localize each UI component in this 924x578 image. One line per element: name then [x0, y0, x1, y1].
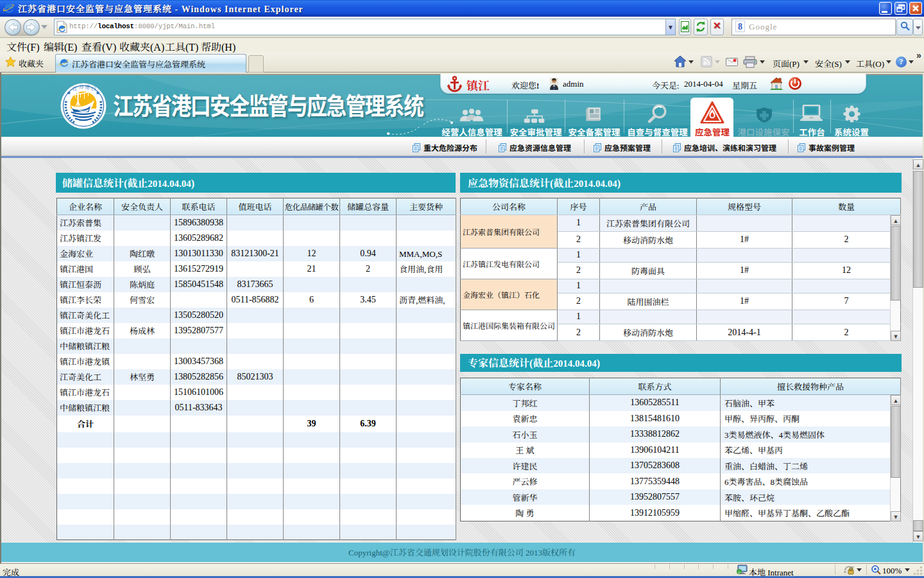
svg-text:港: 港 — [85, 83, 90, 90]
svg-text:江: 江 — [73, 85, 78, 92]
svg-text:苏: 苏 — [79, 83, 84, 90]
svg-text:口: 口 — [91, 85, 96, 92]
